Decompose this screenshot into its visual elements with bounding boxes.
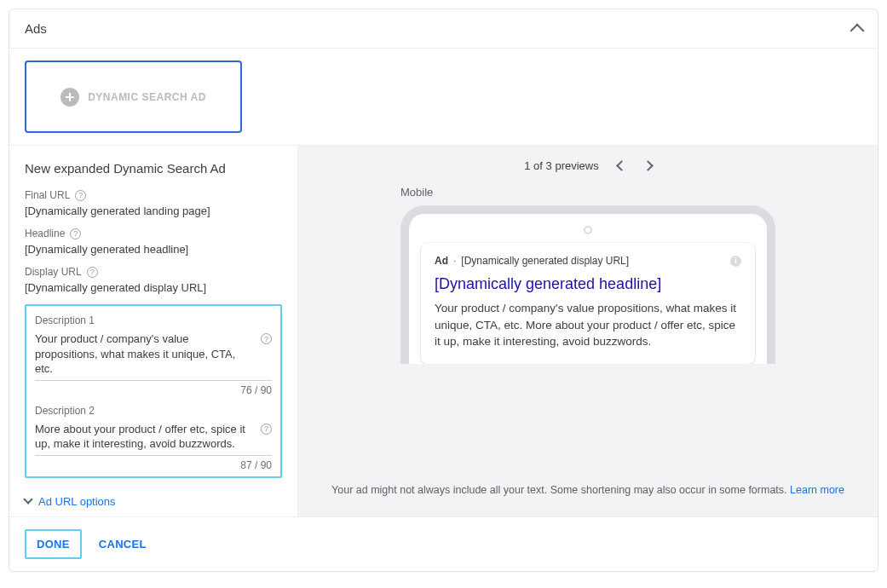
- pager-text: 1 of 3 previews: [524, 159, 598, 172]
- headline-label: Headline: [25, 228, 65, 239]
- headline-value: [Dynamically generated headline]: [25, 243, 282, 256]
- learn-more-link[interactable]: Learn more: [790, 484, 844, 496]
- preview-pager: 1 of 3 previews: [298, 146, 878, 186]
- dynamic-search-ad-button[interactable]: DYNAMIC SEARCH AD: [25, 61, 242, 133]
- done-button[interactable]: DONE: [25, 529, 82, 559]
- form-panel: New expanded Dynamic Search Ad Final URL…: [9, 146, 298, 516]
- plus-icon: [60, 88, 79, 107]
- preview-device-label: Mobile: [400, 186, 857, 199]
- ad-description: Your product / company's value propositi…: [435, 300, 741, 350]
- ad-headline: [Dynamically generated headline]: [435, 275, 741, 293]
- speaker-icon: [584, 226, 592, 234]
- ad-display-url: [Dynamically generated display URL]: [461, 255, 629, 267]
- help-icon[interactable]: ?: [261, 424, 272, 435]
- body: New expanded Dynamic Search Ad Final URL…: [9, 146, 878, 516]
- headline-field: Headline ? [Dynamically generated headli…: [25, 228, 282, 256]
- ads-card: Ads DYNAMIC SEARCH AD New expanded Dynam…: [9, 9, 878, 572]
- description-1-label: Description 1: [35, 314, 272, 326]
- final-url-value: [Dynamically generated landing page]: [25, 205, 282, 217]
- final-url-field: Final URL ? [Dynamically generated landi…: [25, 189, 282, 217]
- mobile-preview-frame: Ad · [Dynamically generated display URL]…: [400, 205, 775, 364]
- preview-panel: 1 of 3 previews Mobile Ad · [Dynamically…: [298, 146, 878, 516]
- description-2-input[interactable]: More about your product / offer etc, spi…: [35, 422, 272, 452]
- description-2-field[interactable]: Description 2 ? More about your product …: [35, 405, 272, 471]
- cancel-button[interactable]: CANCEL: [99, 538, 147, 551]
- pager-prev-icon[interactable]: [616, 160, 627, 171]
- description-1-count: 76 / 90: [35, 384, 272, 396]
- ad-type-label: DYNAMIC SEARCH AD: [88, 91, 206, 103]
- ad-preview-card: Ad · [Dynamically generated display URL]…: [421, 243, 755, 364]
- display-url-label: Display URL: [25, 266, 82, 278]
- help-icon[interactable]: ?: [87, 267, 98, 278]
- description-2-count: 87 / 90: [35, 459, 272, 471]
- final-url-label: Final URL: [25, 189, 70, 201]
- underline: [35, 455, 272, 456]
- description-1-field[interactable]: Description 1 ? Your product / company's…: [35, 314, 272, 396]
- underline: [35, 380, 272, 381]
- ad-url-options-toggle[interactable]: Ad URL options: [25, 487, 282, 508]
- help-icon[interactable]: ?: [75, 190, 86, 201]
- separator-dot: ·: [453, 255, 456, 267]
- ad-badge: Ad: [435, 255, 448, 267]
- display-url-field: Display URL ? [Dynamically generated dis…: [25, 266, 282, 294]
- descriptions-highlight: Description 1 ? Your product / company's…: [25, 304, 282, 478]
- card-title: Ads: [25, 21, 47, 36]
- footer: DONE CANCEL: [9, 516, 878, 571]
- collapse-icon[interactable]: [850, 23, 865, 37]
- preview-area: Mobile Ad · [Dynamically generated displ…: [298, 186, 878, 465]
- description-2-label: Description 2: [35, 405, 272, 417]
- preview-note: Your ad might not always include all you…: [298, 465, 878, 516]
- display-url-value: [Dynamically generated display URL]: [25, 281, 282, 294]
- card-header: Ads: [9, 9, 878, 49]
- pager-next-icon[interactable]: [642, 160, 654, 171]
- chevron-down-icon: [23, 495, 32, 504]
- form-title: New expanded Dynamic Search Ad: [25, 161, 282, 176]
- info-icon[interactable]: i: [730, 256, 741, 267]
- preview-note-text: Your ad might not always include all you…: [331, 484, 790, 496]
- help-icon[interactable]: ?: [70, 228, 81, 239]
- help-icon[interactable]: ?: [261, 333, 272, 344]
- ad-url-options-label: Ad URL options: [38, 495, 116, 508]
- description-1-input[interactable]: Your product / company's value propositi…: [35, 331, 272, 377]
- ad-type-strip: DYNAMIC SEARCH AD: [9, 49, 878, 146]
